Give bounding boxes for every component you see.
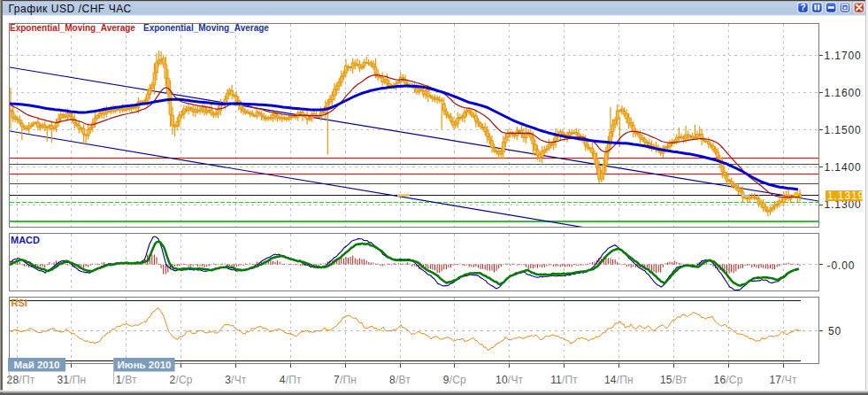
svg-text:1.1600: 1.1600: [825, 87, 862, 99]
svg-text:График USD /CHF ЧАС: График USD /CHF ЧАС: [9, 3, 132, 15]
svg-text:2/Ср: 2/Ср: [170, 374, 193, 386]
svg-text:Exponential_Moving_Average: Exponential_Moving_Average: [10, 23, 135, 33]
svg-text:17/Чт: 17/Чт: [769, 374, 796, 386]
svg-text:MACD: MACD: [11, 235, 40, 245]
svg-text:Exponential_Moving_Average: Exponential_Moving_Average: [143, 23, 269, 33]
svg-text:14/Пн: 14/Пн: [604, 374, 634, 386]
svg-text:31/Пн: 31/Пн: [57, 374, 86, 386]
svg-text:1.1700: 1.1700: [825, 50, 862, 62]
svg-text:?: ?: [800, 3, 805, 12]
svg-text:16/Ср: 16/Ср: [714, 374, 743, 386]
svg-text:8/Вт: 8/Вт: [389, 374, 411, 386]
svg-text:Май 2010: Май 2010: [14, 360, 60, 370]
svg-text:1/Вт: 1/Вт: [116, 374, 137, 386]
svg-text:1.1500: 1.1500: [825, 124, 862, 136]
svg-text:3/Чт: 3/Чт: [225, 374, 247, 386]
svg-text:11/Пт: 11/Пт: [550, 374, 578, 386]
svg-text:-0.00: -0.00: [827, 259, 856, 272]
svg-text:9/Ср: 9/Ср: [443, 374, 466, 386]
svg-text:Июнь 2010: Июнь 2010: [118, 360, 172, 370]
svg-text:1.1319: 1.1319: [827, 190, 864, 202]
svg-text:50: 50: [828, 325, 841, 337]
svg-text:1.1400: 1.1400: [825, 161, 862, 174]
svg-text:4/Пт: 4/Пт: [280, 374, 302, 386]
svg-text:RSI: RSI: [12, 298, 27, 308]
svg-text:15/Вт: 15/Вт: [660, 374, 687, 386]
svg-text:28/Пт: 28/Пт: [7, 374, 35, 386]
svg-text:10/Чт: 10/Чт: [495, 374, 523, 386]
svg-text:7/Пн: 7/Пн: [334, 374, 357, 386]
